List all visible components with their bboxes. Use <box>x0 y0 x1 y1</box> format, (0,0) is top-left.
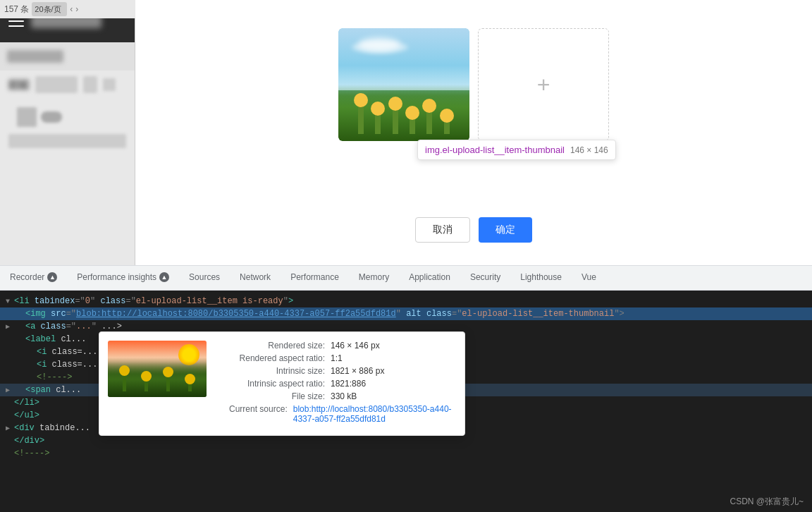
page-count: 157 条 <box>4 4 29 16</box>
sunflower-1 <box>358 99 364 134</box>
confirm-button[interactable]: 确定 <box>479 217 532 243</box>
page-next-icon[interactable]: › <box>75 4 78 14</box>
sidebar-divider-item <box>8 134 126 148</box>
rendered-size-row: Rendered size: 146 × 146 px <box>218 341 456 351</box>
pagination-bar: 157 条 20条/页 ‹ › <box>0 0 135 18</box>
page-size-select[interactable]: 20条/页 <box>32 2 67 16</box>
tab-memory[interactable]: Memory <box>349 266 399 290</box>
area-select[interactable] <box>35 76 78 93</box>
action-buttons: 取消 确定 <box>135 217 812 243</box>
tab-network[interactable]: Network <box>230 266 281 290</box>
arrow-11: ▶ <box>6 424 14 432</box>
sidebar-item <box>8 104 126 130</box>
nav-blur <box>7 50 63 63</box>
sunflowers <box>352 92 455 134</box>
tab-vue[interactable]: Vue <box>572 266 606 290</box>
tooltip-selector: img.el-upload-list__item-thumbnail <box>425 145 565 155</box>
p-sf2-head <box>141 371 152 382</box>
file-size-value: 330 kB <box>331 391 357 401</box>
file-size-row: File size: 330 kB <box>218 391 456 401</box>
intrinsic-aspect-label: Intrinsic aspect ratio: <box>218 379 331 389</box>
image-info-popup: Rendered size: 146 × 146 px Rendered asp… <box>99 331 465 436</box>
watermark-text: CSDN @张富贵儿~ <box>730 496 804 506</box>
arrow-10 <box>6 412 14 420</box>
rendered-aspect-label: Rendered aspect ratio: <box>218 353 331 363</box>
tab-performance-insights[interactable]: Performance insights ▲ <box>67 266 179 290</box>
csdn-watermark: CSDN @张富贵儿~ <box>730 496 804 508</box>
lighthouse-label: Lighthouse <box>520 272 562 282</box>
arrow-8: ▶ <box>6 386 14 394</box>
intrinsic-size-label: Intrinsic size: <box>218 366 331 376</box>
sidebar: 区域 157 条 20条/页 ‹ › <box>0 0 135 265</box>
sources-label: Sources <box>189 272 220 282</box>
p-sf4-head <box>185 374 195 384</box>
current-source-row: Current source: blob:http://localhost:80… <box>218 404 456 424</box>
upload-area: + <box>338 28 609 141</box>
arrow-9 <box>6 399 14 407</box>
arrow-13 <box>6 450 14 458</box>
arrow-5 <box>6 348 14 356</box>
performance-label: Performance <box>290 272 339 282</box>
tab-recorder[interactable]: Recorder ▲ <box>0 266 67 290</box>
arrow-1: ▼ <box>6 298 14 305</box>
rendered-size-value: 146 × 146 px <box>331 341 380 351</box>
arrow-7 <box>6 374 14 382</box>
tab-performance[interactable]: Performance <box>281 266 349 290</box>
p-sf1 <box>123 370 126 391</box>
area-label: 区域 <box>8 79 30 90</box>
p-sf2 <box>144 376 148 391</box>
cloud2 <box>352 42 408 53</box>
p-sf3-head <box>163 367 173 377</box>
intrinsic-aspect-row: Intrinsic aspect ratio: 1821:886 <box>218 379 456 389</box>
rendered-size-label: Rendered size: <box>218 341 331 351</box>
sidebar-nav <box>0 42 135 71</box>
sunflower-6 <box>444 114 450 134</box>
source-line-12: </div> <box>0 434 812 447</box>
item-box <box>17 107 37 127</box>
tab-application[interactable]: Application <box>399 266 460 290</box>
arrow-4 <box>6 336 14 343</box>
vue-label: Vue <box>582 272 596 282</box>
popup-info: Rendered size: 146 × 146 px Rendered asp… <box>218 341 456 427</box>
current-source-label: Current source: <box>218 404 293 424</box>
rendered-aspect-value: 1:1 <box>331 353 343 363</box>
popup-thumbnail <box>108 341 207 397</box>
add-upload-area[interactable]: + <box>478 28 609 141</box>
memory-label: Memory <box>359 272 389 282</box>
tooltip-size: 146 × 146 <box>570 145 608 155</box>
sky-layer <box>338 28 469 90</box>
tag-li: <li <box>14 296 30 306</box>
performance-insights-label: Performance insights <box>77 272 156 282</box>
tab-security[interactable]: Security <box>460 266 510 290</box>
tab-lighthouse[interactable]: Lighthouse <box>510 266 572 290</box>
source-line-2: <img src="blob:http://localhost:8080/b33… <box>0 307 812 320</box>
sidebar-content <box>0 99 135 158</box>
arrow-3: ▶ <box>6 322 14 331</box>
network-label: Network <box>240 272 271 282</box>
current-source-value: blob:http://localhost:8080/b3305350-a440… <box>293 404 456 424</box>
cancel-button[interactable]: 取消 <box>415 217 470 243</box>
filter-btn[interactable] <box>103 78 116 91</box>
area-select2[interactable] <box>83 76 97 93</box>
popup-sunflowers <box>113 370 201 391</box>
p-sf4 <box>188 379 192 391</box>
devtools-bar: Recorder ▲ Performance insights ▲ Source… <box>0 265 812 291</box>
sunflower-5 <box>426 104 432 134</box>
p-sf3 <box>166 372 170 391</box>
element-tooltip: img.el-upload-list__item-thumbnail 146 ×… <box>417 140 616 160</box>
item-toggle[interactable] <box>41 111 62 123</box>
arrow-6 <box>6 361 14 369</box>
intrinsic-aspect-value: 1821:886 <box>331 379 366 389</box>
intrinsic-size-row: Intrinsic size: 1821 × 886 px <box>218 366 456 376</box>
recorder-label: Recorder <box>10 272 44 282</box>
plus-icon: + <box>537 72 550 98</box>
sunflower-3 <box>393 102 398 134</box>
performance-insights-badge: ▲ <box>159 272 169 282</box>
sidebar-filter-row: 区域 <box>0 71 135 99</box>
source-line-13: <!----> <box>0 447 812 460</box>
application-label: Application <box>409 272 450 282</box>
source-line-1: ▼ <li tabindex="0" class="el-upload-list… <box>0 295 812 307</box>
tab-sources[interactable]: Sources <box>179 266 230 290</box>
page-prev-icon[interactable]: ‹ <box>70 4 73 14</box>
p-sf1-head <box>119 365 130 376</box>
